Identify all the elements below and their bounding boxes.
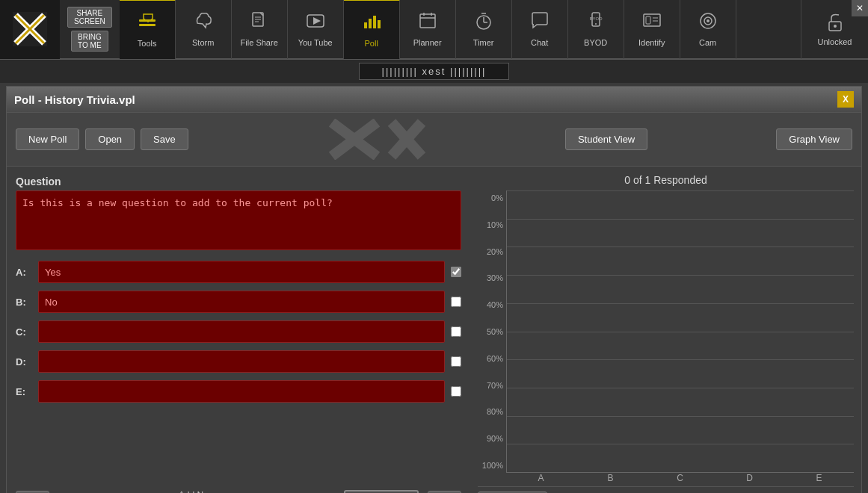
unlock-icon	[825, 12, 846, 34]
x-label-c: C	[645, 473, 715, 483]
answer-label-c: C:	[16, 326, 32, 338]
share-screen-button[interactable]: SHARESCREEN	[67, 7, 112, 28]
graph-view-button[interactable]: Graph View	[776, 128, 852, 150]
answer-checkbox-b[interactable]	[451, 297, 461, 307]
fileshare-label: File Share	[241, 38, 278, 47]
y-label-60: 60%	[478, 354, 506, 363]
poll-left-panel: Question A: B: C: D:	[7, 167, 470, 493]
answer-checkbox-a[interactable]	[451, 267, 461, 277]
chart-footer: Previous Response - 35	[478, 486, 854, 493]
answer-checkbox-e[interactable]	[451, 386, 461, 397]
svg-text:BYOD: BYOD	[589, 16, 603, 21]
logo	[0, 0, 60, 59]
y-label-10: 10%	[478, 220, 506, 229]
question-label: Question	[16, 176, 461, 187]
toolbar-item-fileshare[interactable]: File Share	[232, 0, 288, 59]
y-label-80: 80%	[478, 407, 506, 416]
svg-rect-13	[364, 22, 367, 28]
cam-label: Cam	[699, 38, 716, 47]
chart-container: 100% 90% 80% 70% 60% 50% 40% 30% 20% 10%…	[478, 190, 854, 483]
new-poll-button[interactable]: New Poll	[16, 128, 79, 150]
page-info: Add New Page 8 of 8	[58, 490, 335, 493]
toolbar-item-youtube[interactable]: You Tube	[288, 0, 344, 59]
y-label-100: 100%	[478, 461, 506, 470]
toolbar-item-poll[interactable]: Poll	[344, 0, 400, 59]
chart-bars	[507, 190, 854, 472]
planner-label: Planner	[413, 38, 442, 47]
close-window-button[interactable]: ✕	[852, 0, 868, 16]
identify-icon	[642, 11, 662, 35]
watermark	[317, 119, 437, 160]
poll-window: Poll - History Trivia.vpl X New Poll Ope…	[6, 86, 862, 493]
poll-icon	[362, 12, 381, 36]
answer-checkbox-c[interactable]	[451, 326, 461, 337]
y-label-40: 40%	[478, 300, 506, 309]
chart-x-axis: A B C D E	[478, 473, 854, 483]
toolbar-item-planner[interactable]: Planner	[400, 0, 456, 59]
identify-label: Identify	[638, 38, 665, 47]
poll-titlebar: Poll - History Trivia.vpl X	[7, 87, 861, 113]
answer-label-a: A:	[16, 267, 32, 278]
toolbar-item-chat[interactable]: Chat	[512, 0, 568, 59]
answer-row-c: C:	[16, 320, 461, 343]
answer-input-c[interactable]	[38, 320, 445, 343]
y-label-90: 90%	[478, 434, 506, 443]
chart-y-axis: 100% 90% 80% 70% 60% 50% 40% 30% 20% 10%…	[478, 190, 506, 473]
timer-label: Timer	[473, 38, 494, 47]
toolbar-item-identify[interactable]: Identify	[624, 0, 680, 59]
toolbar-item-cam[interactable]: Cam	[680, 0, 736, 59]
answer-input-e[interactable]	[38, 380, 445, 403]
tools-icon	[138, 12, 157, 36]
chart-inner: 100% 90% 80% 70% 60% 50% 40% 30% 20% 10%…	[478, 190, 854, 473]
answer-row-e: E:	[16, 380, 461, 403]
save-button[interactable]: Save	[141, 128, 188, 150]
unlock-label: Unlocked	[818, 37, 852, 46]
storm-label: Storm	[192, 38, 214, 47]
xest-bar: ||||||||| xest |||||||||	[0, 60, 868, 83]
storm-icon	[194, 11, 213, 35]
toolbar-item-storm[interactable]: Storm	[176, 0, 232, 59]
chart-plot-area	[506, 190, 854, 473]
svg-rect-29	[646, 16, 650, 24]
answer-label-b: B:	[16, 297, 32, 308]
answer-input-a[interactable]	[38, 261, 445, 283]
answer-input-d[interactable]	[38, 350, 445, 373]
answer-input-b[interactable]	[38, 291, 445, 313]
svg-point-26	[595, 23, 597, 25]
svg-point-36	[834, 25, 837, 28]
answer-label-d: D:	[16, 356, 32, 368]
y-label-0: 0%	[478, 193, 506, 202]
chat-label: Chat	[531, 38, 548, 47]
poll-title: Poll - History Trivia.vpl	[14, 93, 135, 106]
x-label-e: E	[784, 473, 854, 483]
answer-checkbox-d[interactable]	[451, 356, 461, 367]
answer-label-e: E:	[16, 386, 32, 397]
tools-label: Tools	[138, 39, 157, 48]
toolbar-item-byod[interactable]: BYOD BYOD	[568, 0, 624, 59]
poll-right-panel: 0 of 1 Responded 100% 90% 80% 70% 60% 50…	[470, 167, 861, 493]
x-label-a: A	[506, 473, 576, 483]
poll-footer: << Add New Page 8 of 8 Send Poll >>	[16, 487, 461, 493]
send-poll-button[interactable]: Send Poll	[344, 490, 419, 493]
y-label-70: 70%	[478, 381, 506, 390]
svg-rect-17	[420, 14, 435, 28]
answer-row-d: D:	[16, 350, 461, 373]
xest-badge: ||||||||| xest |||||||||	[359, 63, 510, 80]
poll-close-button[interactable]: X	[837, 91, 854, 108]
bring-to-me-button[interactable]: BRINGTO ME	[71, 31, 108, 52]
y-label-30: 30%	[478, 273, 506, 282]
byod-icon: BYOD	[586, 11, 606, 35]
x-label-b: B	[576, 473, 645, 483]
svg-marker-12	[313, 17, 321, 25]
toolbar-item-timer[interactable]: Timer	[456, 0, 512, 59]
question-input[interactable]	[16, 190, 461, 250]
toolbar: SHARESCREEN BRINGTO ME Tools Storm File …	[0, 0, 868, 60]
add-new-label: Add New	[58, 490, 335, 493]
toolbar-item-tools[interactable]: Tools	[120, 0, 176, 59]
open-button[interactable]: Open	[85, 128, 135, 150]
chart-responded: 0 of 1 Responded	[478, 174, 854, 186]
student-view-button[interactable]: Student View	[565, 128, 647, 150]
answer-row-a: A:	[16, 261, 461, 283]
poll-label: Poll	[365, 39, 378, 48]
fileshare-icon	[250, 11, 269, 35]
